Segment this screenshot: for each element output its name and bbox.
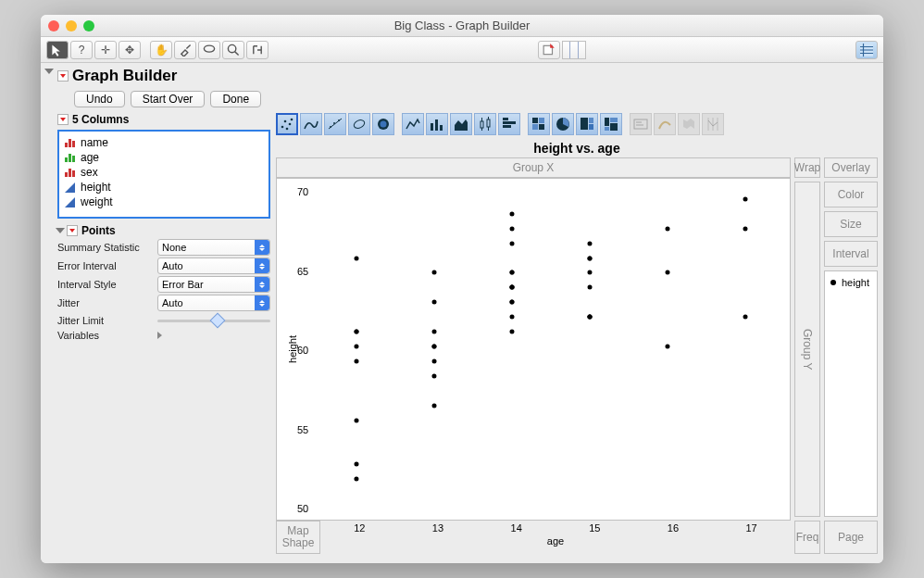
histogram-element-button[interactable] xyxy=(498,113,520,135)
size-dropzone[interactable]: Size xyxy=(824,211,878,237)
svg-point-18 xyxy=(353,119,366,130)
hand-tool-button[interactable]: ✋ xyxy=(150,41,172,59)
caption-element-button[interactable] xyxy=(630,113,652,135)
zoom-tool-button[interactable] xyxy=(222,41,244,59)
columns-header: 5 Columns xyxy=(72,113,129,126)
svg-rect-36 xyxy=(539,124,544,130)
svg-rect-39 xyxy=(589,118,593,123)
wrap-dropzone[interactable]: Wrap xyxy=(794,157,820,178)
column-item: age xyxy=(65,150,263,165)
x-axis-ticks: 121314151617 xyxy=(320,521,791,534)
disclose-toggle[interactable] xyxy=(44,69,54,74)
svg-rect-40 xyxy=(589,124,593,130)
svg-point-12 xyxy=(291,119,293,121)
pie-element-button[interactable] xyxy=(552,113,574,135)
freq-dropzone[interactable]: Freq xyxy=(794,521,820,554)
x-axis-label[interactable]: age xyxy=(320,535,791,547)
heatmap-element-button[interactable] xyxy=(528,113,550,135)
column-item: weight xyxy=(65,195,263,209)
area-element-button[interactable] xyxy=(450,113,472,135)
selection-tool-button[interactable] xyxy=(246,41,268,59)
svg-rect-44 xyxy=(610,123,618,131)
svg-rect-21 xyxy=(431,123,433,131)
titlebar: Big Class - Graph Builder xyxy=(41,15,883,37)
done-button[interactable]: Done xyxy=(210,91,261,107)
svg-rect-22 xyxy=(435,119,438,131)
zoom-window-button[interactable] xyxy=(83,20,94,31)
boxplot-element-button[interactable] xyxy=(474,113,496,135)
svg-rect-35 xyxy=(532,124,538,130)
points-element-button[interactable] xyxy=(276,113,298,135)
parallel-element-button[interactable] xyxy=(702,113,724,135)
variables-label: Variables xyxy=(57,330,154,341)
page-dropzone[interactable]: Page xyxy=(824,521,878,554)
svg-rect-30 xyxy=(503,121,516,124)
y-axis-ticks: 7065605550 xyxy=(297,179,308,520)
svg-rect-24 xyxy=(481,121,483,128)
legend[interactable]: height xyxy=(824,270,878,517)
interval-style-select[interactable]: Error Bar xyxy=(157,276,270,293)
continuous-icon xyxy=(65,197,75,207)
column-item: name xyxy=(65,135,263,150)
svg-rect-23 xyxy=(440,125,443,131)
color-dropzone[interactable]: Color xyxy=(824,182,878,207)
export-image-button[interactable] xyxy=(538,41,560,59)
summary-statistic-label: Summary Statistic xyxy=(57,242,154,253)
chart-title[interactable]: height vs. age xyxy=(276,141,878,156)
start-over-button[interactable]: Start Over xyxy=(131,91,206,107)
group-x-dropzone[interactable]: Group X xyxy=(276,157,791,178)
points-menu-toggle[interactable] xyxy=(67,225,78,236)
element-toolbar xyxy=(276,113,878,135)
variables-disclose[interactable] xyxy=(157,332,162,339)
brush-tool-button[interactable] xyxy=(174,41,196,59)
contour-element-button[interactable] xyxy=(372,113,394,135)
mosaic-element-button[interactable] xyxy=(600,113,622,135)
layout-grid-button[interactable] xyxy=(562,41,586,59)
svg-rect-45 xyxy=(634,119,647,129)
formula-element-button[interactable] xyxy=(654,113,676,135)
data-table-button[interactable] xyxy=(855,41,878,59)
legend-marker-icon xyxy=(830,280,836,285)
crosshair-tool-button[interactable]: ✛ xyxy=(94,41,117,59)
undo-button[interactable]: Undo xyxy=(74,91,125,107)
svg-rect-43 xyxy=(610,118,618,122)
svg-rect-41 xyxy=(605,118,609,126)
svg-point-0 xyxy=(204,45,214,52)
interval-dropzone[interactable]: Interval xyxy=(824,241,878,267)
plot-area[interactable]: height 7065605550 xyxy=(276,178,791,521)
columns-list[interactable]: name age sex height weight xyxy=(57,130,270,219)
svg-rect-31 xyxy=(503,125,511,128)
group-y-dropzone[interactable]: Group Y xyxy=(794,182,820,517)
jitter-label: Jitter xyxy=(57,297,154,308)
minimize-window-button[interactable] xyxy=(66,20,77,31)
map-element-button[interactable] xyxy=(678,113,700,135)
ellipse-element-button[interactable] xyxy=(348,113,370,135)
move-tool-button[interactable]: ✥ xyxy=(119,41,141,59)
lasso-tool-button[interactable] xyxy=(198,41,220,59)
points-disclose-toggle[interactable] xyxy=(56,228,65,233)
ordinal-icon xyxy=(65,154,75,162)
jitter-limit-slider[interactable] xyxy=(157,313,270,328)
column-item: sex xyxy=(65,165,263,180)
summary-statistic-select[interactable]: None xyxy=(157,239,270,256)
continuous-icon xyxy=(65,182,75,193)
treemap-element-button[interactable] xyxy=(576,113,598,135)
line-of-fit-button[interactable] xyxy=(324,113,346,135)
overlay-dropzone[interactable]: Overlay xyxy=(824,157,878,178)
svg-rect-27 xyxy=(487,119,490,127)
svg-line-17 xyxy=(329,119,342,129)
columns-menu-toggle[interactable] xyxy=(57,114,69,125)
app-window: Big Class - Graph Builder ? ✛ ✥ ✋ Graph … xyxy=(41,15,883,563)
bar-element-button[interactable] xyxy=(426,113,448,135)
line-element-button[interactable] xyxy=(402,113,424,135)
error-interval-select[interactable]: Auto xyxy=(157,258,270,274)
smoother-element-button[interactable] xyxy=(300,113,322,135)
section-menu-toggle[interactable] xyxy=(57,70,69,82)
close-window-button[interactable] xyxy=(48,20,59,31)
svg-point-11 xyxy=(289,123,292,126)
help-tool-button[interactable]: ? xyxy=(70,41,93,59)
svg-rect-38 xyxy=(581,118,588,130)
jitter-select[interactable]: Auto xyxy=(157,295,270,311)
arrow-tool-button[interactable] xyxy=(46,41,69,59)
map-shape-dropzone[interactable]: MapShape xyxy=(276,521,320,554)
